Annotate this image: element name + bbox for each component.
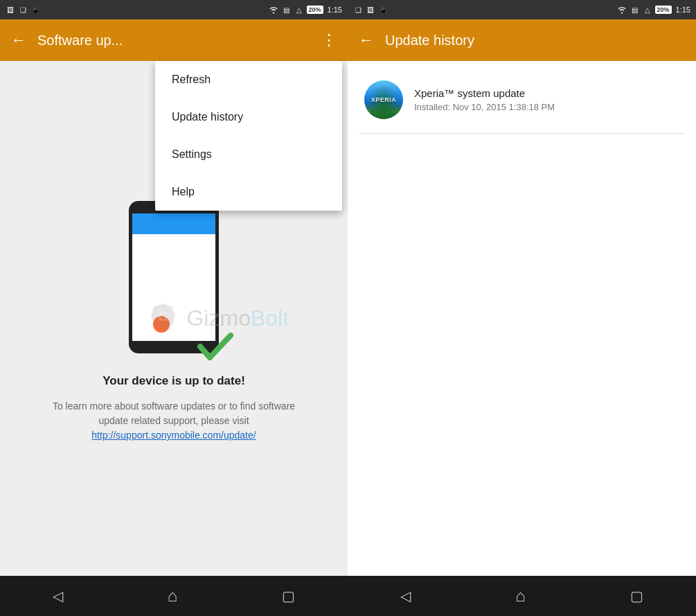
home-nav-button[interactable]: ⌂ [154, 581, 192, 611]
right-back-nav-button[interactable]: ◁ [386, 582, 425, 610]
right-status-icons: ❑ 🖼 📱 [353, 5, 388, 15]
right-title: Update history [385, 33, 685, 49]
phone-icon: 📱 [30, 5, 40, 15]
watermark-bolt: Bolt [251, 306, 289, 331]
update-item: XPERIA Xperia™ system update Installed: … [359, 72, 685, 127]
update-title: Xperia™ system update [414, 87, 679, 99]
phone-illustration [118, 194, 229, 360]
right-bottom-nav: ◁ ⌂ ▢ [348, 576, 696, 616]
time-right: 1:15 [676, 6, 690, 14]
update-info: Xperia™ system update Installed: Nov 10,… [414, 87, 679, 112]
right-signal-icon: △ [643, 5, 652, 15]
right-app-bar: ← Update history [348, 19, 696, 61]
menu-item-settings[interactable]: Settings [155, 136, 342, 173]
battery-left: 20% [307, 6, 323, 14]
left-status-bar: 🖼 ❑ 📱 ▤ △ 20% 1:15 [0, 0, 348, 19]
more-options-button[interactable]: ⋮ [321, 31, 337, 49]
right-back-button[interactable]: ← [359, 31, 374, 49]
sim-icon: ▤ [282, 5, 292, 15]
xperia-icon-inner: XPERIA [364, 80, 403, 119]
menu-item-refresh[interactable]: Refresh [155, 61, 342, 98]
left-back-button[interactable]: ← [11, 31, 26, 49]
divider [359, 133, 685, 134]
left-panel: 🖼 ❑ 📱 ▤ △ 20% 1:15 ← Software up... ⋮ Re… [0, 0, 348, 616]
recents-nav-button[interactable]: ▢ [268, 582, 309, 610]
wifi-icon [268, 6, 279, 14]
right-sim-icon: ▤ [630, 5, 640, 15]
signal-icon: △ [294, 5, 304, 15]
up-to-date-text: Your device is up to date! [102, 374, 245, 388]
checkmark-icon [195, 326, 236, 367]
xperia-label: XPERIA [371, 96, 397, 103]
left-app-bar: ← Software up... ⋮ [0, 19, 348, 61]
description-text: To learn more about software updates or … [49, 399, 298, 443]
left-status-icons: 🖼 ❑ 📱 [6, 5, 40, 15]
support-link[interactable]: http://support.sonymobile.com/update/ [91, 430, 256, 441]
right-status-bar: ❑ 🖼 📱 ▤ △ 20% 1:15 [348, 0, 696, 19]
menu-item-update-history[interactable]: Update history [155, 98, 342, 136]
xperia-icon: XPERIA [364, 80, 403, 119]
right-wifi-icon [616, 6, 627, 14]
right-dropbox-icon: ❑ [353, 5, 363, 15]
back-nav-button[interactable]: ◁ [39, 582, 77, 610]
right-main-content: XPERIA Xperia™ system update Installed: … [348, 61, 696, 576]
right-phone-icon: 📱 [378, 5, 388, 15]
dropdown-menu: Refresh Update history Settings Help [155, 61, 342, 211]
phone-dot [153, 316, 170, 333]
phone-screen [132, 213, 215, 341]
time-left: 1:15 [328, 6, 342, 14]
right-gallery-icon: 🖼 [366, 5, 375, 15]
menu-item-help[interactable]: Help [155, 173, 342, 211]
left-bottom-nav: ◁ ⌂ ▢ [0, 576, 348, 616]
phone-screen-body [132, 234, 215, 341]
gallery-icon: 🖼 [6, 5, 15, 15]
battery-right: 20% [655, 6, 672, 14]
left-title: Software up... [37, 33, 310, 49]
phone-screen-top [132, 213, 215, 234]
update-date: Installed: Nov 10, 2015 1:38:18 PM [414, 102, 679, 112]
right-panel: ❑ 🖼 📱 ▤ △ 20% 1:15 ← Update history XPER… [348, 0, 696, 616]
right-home-nav-button[interactable]: ⌂ [501, 581, 539, 611]
dropbox-icon: ❑ [18, 5, 28, 15]
right-recents-nav-button[interactable]: ▢ [616, 582, 657, 610]
